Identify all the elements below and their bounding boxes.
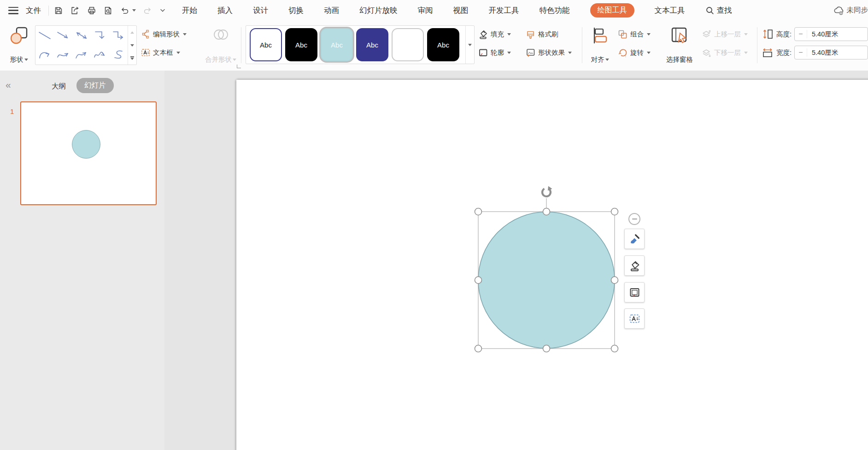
text-box-label: 文本框	[153, 48, 173, 57]
brush-icon	[628, 233, 641, 245]
style-swatch-teal[interactable]: Abc	[321, 28, 353, 61]
menu-tab-text-tools[interactable]: 文本工具	[655, 6, 685, 16]
menu-tab-home[interactable]: 开始	[182, 6, 197, 16]
collapse-quick-toolbar-button[interactable]	[628, 213, 640, 225]
shape-gallery-item-curved-arrow[interactable]	[35, 45, 54, 64]
print-icon[interactable]	[87, 6, 97, 16]
group-button[interactable]: 组合	[617, 26, 651, 42]
minus-icon	[632, 219, 637, 219]
quick-fill-button[interactable]	[624, 255, 645, 276]
shape-effects-button[interactable]: 形状效果	[525, 45, 572, 60]
resize-handle-w[interactable]	[475, 277, 482, 284]
rotate-label: 旋转	[630, 48, 644, 57]
menu-tab-slideshow[interactable]: 幻灯片放映	[359, 6, 398, 16]
rotate-button[interactable]: 旋转	[617, 45, 651, 60]
shape-gallery-item-line[interactable]	[35, 26, 54, 45]
undo-button[interactable]	[120, 6, 136, 16]
shapes-button-label: 形状	[10, 55, 23, 64]
selection-pane-button[interactable]: 选择窗格	[661, 25, 698, 64]
shape-gallery-item-elbow-arrow-connector[interactable]	[109, 26, 128, 45]
menu-tab-view[interactable]: 视图	[453, 6, 469, 16]
shape-gallery-item-double-arrow[interactable]	[72, 26, 91, 45]
slide-thumbnail-1[interactable]	[20, 101, 157, 205]
shape-gallery-item-elbow-connector[interactable]	[91, 26, 109, 45]
menu-tab-special-features[interactable]: 特色功能	[540, 6, 570, 16]
shapes-button[interactable]: 形状	[6, 25, 32, 64]
customize-toolbar-icon[interactable]	[159, 7, 166, 14]
quick-style-brush-button[interactable]	[624, 229, 645, 249]
resize-handle-s[interactable]	[543, 345, 550, 352]
export-pdf-icon[interactable]	[70, 6, 80, 16]
style-swatch-indigo[interactable]: Abc	[356, 28, 388, 61]
gallery-scroll-up-button[interactable]	[128, 26, 136, 39]
style-swatch-plain-white[interactable]: Abc	[392, 28, 424, 61]
resize-handle-nw[interactable]	[475, 208, 482, 215]
style-swatch-black-2[interactable]: Abc	[427, 28, 459, 61]
file-menu-button[interactable]: 文件	[23, 4, 44, 18]
style-gallery-dropdown-button[interactable]	[465, 26, 474, 64]
menu-tab-animation[interactable]: 动画	[324, 6, 339, 16]
main-menu-icon[interactable]	[8, 7, 18, 14]
quick-outline-button[interactable]	[624, 282, 645, 302]
menubar: 文件 开始插入设计切换	[0, 0, 868, 21]
style-swatch-white-navy-outline[interactable]: Abc	[250, 28, 282, 61]
height-label: 高度:	[776, 30, 792, 39]
resize-handle-n[interactable]	[543, 208, 550, 215]
outline-label: 轮廓	[491, 48, 504, 57]
resize-handle-e[interactable]	[611, 277, 618, 284]
height-value[interactable]: 5.40厘米	[807, 30, 838, 39]
menu-tab-design[interactable]: 设计	[253, 6, 268, 16]
collapse-panel-button[interactable]: «	[6, 80, 11, 89]
shape-gallery-item-s-curve[interactable]	[109, 45, 128, 64]
outline-button[interactable]: 轮廓	[478, 45, 511, 60]
shape-effects-icon	[525, 47, 536, 58]
style-swatch-black[interactable]: Abc	[285, 28, 317, 61]
style-swatches: AbcAbcAbcAbcAbcAbc	[250, 28, 459, 61]
menu-tab-review[interactable]: 审阅	[418, 6, 433, 16]
width-icon	[762, 47, 774, 59]
shape-gallery-item-s-curve-arrow[interactable]	[54, 45, 72, 64]
s-curve-arrow-icon	[54, 47, 72, 61]
wps-presentation-window: 文件 开始插入设计切换	[0, 0, 868, 450]
outline-frame-icon	[628, 286, 641, 299]
search-button[interactable]: 查找	[705, 6, 732, 16]
curved-arrow-icon	[36, 47, 53, 61]
resize-handle-ne[interactable]	[611, 208, 618, 215]
shape-gallery-item-curve-arrow-2[interactable]	[72, 45, 91, 64]
resize-handle-sw[interactable]	[475, 345, 482, 352]
s-curve-icon	[110, 47, 127, 61]
menu-tab-drawing-tools[interactable]: 绘图工具	[590, 3, 634, 18]
slide-editor-canvas[interactable]	[164, 71, 868, 450]
gallery-scroll-down-button[interactable]	[128, 39, 136, 52]
sync-status[interactable]: 未同步	[833, 5, 868, 16]
fill-icon	[478, 29, 488, 40]
shape-gallery-scrollbar	[128, 26, 136, 65]
print-preview-icon[interactable]	[103, 6, 113, 16]
tab-outline[interactable]: 大纲	[52, 82, 66, 91]
fill-button[interactable]: 填充	[478, 26, 511, 42]
gallery-expand-button[interactable]	[128, 52, 136, 65]
shape-effects-label: 形状效果	[538, 48, 565, 57]
text-box-button[interactable]: 文本框	[141, 45, 180, 60]
edit-shape-icon	[141, 29, 151, 39]
quick-textbox-button[interactable]	[624, 308, 645, 329]
resize-handle-se[interactable]	[611, 345, 618, 352]
format-painter-button[interactable]: 格式刷	[525, 26, 558, 42]
menu-tab-insert[interactable]: 插入	[217, 6, 233, 16]
menu-tab-developer[interactable]: 开发工具	[489, 6, 519, 16]
align-button[interactable]: 对齐	[585, 25, 615, 64]
edit-shape-button[interactable]: 编辑形状	[141, 26, 187, 42]
tab-slides[interactable]: 幻灯片	[76, 78, 114, 93]
shape-gallery-item-arrow[interactable]	[54, 26, 72, 45]
align-icon	[590, 25, 610, 46]
undo-dropdown-caret[interactable]	[132, 9, 136, 12]
width-decrement-button[interactable]: −	[795, 48, 807, 57]
shape-gallery-item-squiggle-arrow[interactable]	[91, 45, 109, 64]
save-icon[interactable]	[53, 6, 64, 16]
width-value[interactable]: 5.40厘米	[807, 48, 838, 57]
ellipse-shape[interactable]	[478, 212, 615, 349]
height-decrement-button[interactable]: −	[795, 30, 807, 38]
menu-tab-transition[interactable]: 切换	[288, 6, 304, 16]
height-field[interactable]: − 5.40厘米	[794, 27, 868, 41]
width-field[interactable]: − 5.40厘米	[794, 46, 868, 59]
